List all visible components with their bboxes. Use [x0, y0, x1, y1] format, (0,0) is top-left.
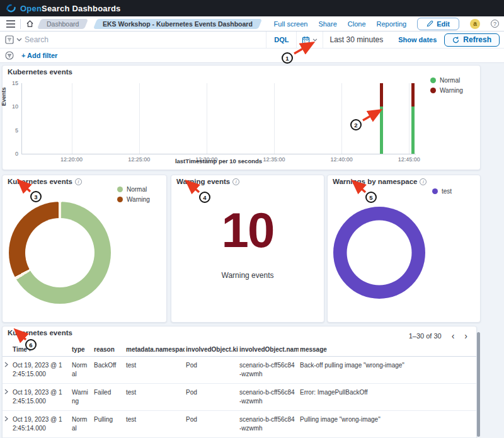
- legend-item[interactable]: Warning: [117, 196, 150, 203]
- cell-name: scenario-b-cff56c84-wzwmh: [238, 411, 299, 438]
- annotation-circle-5: 5: [365, 192, 377, 203]
- gridline: [139, 83, 140, 154]
- cell-type: Warning: [71, 384, 93, 411]
- legend-item[interactable]: Warning: [430, 87, 463, 94]
- legend-item[interactable]: test: [432, 188, 452, 195]
- column-header-type[interactable]: type: [71, 343, 93, 357]
- calendar-icon: [302, 36, 310, 44]
- query-bar: DQL Last 30 minutes Show dates Refresh: [0, 32, 504, 49]
- stacked-bar[interactable]: [380, 83, 383, 154]
- y-tick-label: 10: [12, 103, 18, 110]
- search-box: [0, 35, 266, 44]
- refresh-button[interactable]: Refresh: [444, 33, 500, 47]
- stacked-bar[interactable]: [411, 83, 415, 154]
- table-row: Oct 19, 2023 @ 12:45:15.000WarningFailed…: [3, 384, 476, 411]
- cell-kind: Pod: [185, 384, 238, 411]
- app-title: OpenSearch Dashboards: [20, 4, 121, 13]
- add-filter-link[interactable]: + Add filter: [21, 52, 57, 59]
- chevron-down-icon[interactable]: [16, 38, 22, 42]
- clone-link[interactable]: Clone: [348, 20, 366, 28]
- expand-row-icon[interactable]: [3, 357, 11, 384]
- home-icon[interactable]: [26, 20, 34, 28]
- time-range-label[interactable]: Last 30 minutes: [323, 35, 391, 44]
- legend-item[interactable]: Normal: [117, 186, 150, 193]
- panel-warning-events-metric: Warning events i 10 Warning events: [171, 175, 324, 323]
- legend-label: Warning: [127, 196, 150, 203]
- events-donut-chart[interactable]: [9, 202, 111, 304]
- panel-kubernetes-events-donut: Kubernetes events i NormalWarning: [2, 175, 167, 323]
- namespace-donut-chart[interactable]: [333, 207, 425, 299]
- cell-message: Pulling image "wrong-image": [299, 411, 476, 438]
- cell-time: Oct 19, 2023 @ 12:45:15.000: [11, 384, 71, 411]
- panel-title: Warning events i: [176, 178, 239, 185]
- events-table: Time▾typereasonmetadata.namespaceinvolve…: [3, 343, 476, 438]
- date-picker-button[interactable]: [296, 32, 323, 48]
- metric: 10 Warning events: [171, 205, 324, 280]
- column-header-name[interactable]: involvedObject.name: [238, 343, 299, 357]
- refresh-icon: [452, 37, 459, 43]
- cell-name: scenario-b-cff56c84-wzwmh: [238, 357, 299, 384]
- gridline: [341, 83, 342, 154]
- metric-value: 10: [222, 205, 274, 255]
- breadcrumb-dashboard[interactable]: Dashboard: [37, 19, 89, 29]
- cell-name: scenario-b-cff56c84-wzwmh: [238, 384, 299, 411]
- legend-label: Normal: [440, 77, 460, 84]
- top-banner: OpenSearch Dashboards: [0, 0, 504, 16]
- info-icon[interactable]: i: [232, 178, 239, 185]
- search-input[interactable]: [25, 35, 266, 44]
- cell-namespace: test: [125, 384, 185, 411]
- annotation-circle-2: 2: [350, 119, 362, 130]
- info-icon[interactable]: i: [420, 178, 427, 185]
- saved-query-icon[interactable]: [5, 35, 14, 44]
- legend-dot: [117, 187, 123, 192]
- breadcrumb-current[interactable]: EKS Workshop - Kubernetes Events Dashboa…: [93, 19, 262, 29]
- cell-reason: Failed: [93, 384, 125, 411]
- gridline: [72, 83, 72, 154]
- bar-segment-normal: [411, 107, 415, 154]
- reporting-link[interactable]: Reporting: [377, 20, 407, 28]
- legend-label: test: [442, 188, 452, 195]
- avatar[interactable]: a: [470, 19, 480, 29]
- next-page-icon[interactable]: ›: [464, 331, 467, 340]
- filter-icon[interactable]: [5, 51, 14, 60]
- annotation-circle-3: 3: [30, 191, 42, 202]
- cell-kind: Pod: [185, 357, 238, 384]
- cell-kind: Pod: [185, 411, 238, 438]
- show-dates-link[interactable]: Show dates: [391, 36, 444, 43]
- y-axis-label: Events: [1, 87, 7, 106]
- help-icon[interactable]: ?: [491, 20, 499, 28]
- dql-selector[interactable]: DQL: [266, 32, 296, 48]
- edit-button[interactable]: Edit: [417, 18, 459, 30]
- nav-left: Dashboard EKS Workshop - Kubernetes Even…: [0, 19, 264, 29]
- menu-icon[interactable]: [6, 20, 15, 28]
- share-link[interactable]: Share: [318, 20, 336, 28]
- expand-row-icon[interactable]: [3, 411, 11, 438]
- cell-type: Normal: [71, 411, 93, 438]
- legend-item[interactable]: Normal: [430, 77, 463, 84]
- chevron-down-icon: [312, 38, 318, 42]
- filter-bar: + Add filter: [0, 49, 504, 63]
- expand-row-icon[interactable]: [3, 384, 11, 411]
- column-header-kind[interactable]: involvedObject.kind: [185, 343, 238, 357]
- cell-time: Oct 19, 2023 @ 12:45:15.000: [11, 357, 71, 384]
- cell-message: Back-off pulling image "wrong-image": [299, 357, 476, 384]
- timeseries-legend: NormalWarning: [430, 77, 463, 94]
- y-tick-label: 0: [15, 151, 18, 157]
- opensearch-logo-icon: [6, 4, 16, 13]
- table-row: Oct 19, 2023 @ 12:45:15.000NormalBackOff…: [3, 357, 476, 384]
- legend-label: Warning: [440, 87, 463, 94]
- info-icon[interactable]: i: [75, 178, 82, 185]
- column-header-namespace[interactable]: metadata.namespace: [125, 343, 185, 357]
- column-header-reason[interactable]: reason: [93, 343, 125, 357]
- bar-segment-warning: [380, 83, 383, 107]
- column-header-message[interactable]: message: [299, 343, 476, 357]
- table-scrollbar[interactable]: [477, 332, 480, 437]
- bar-segment-normal: [380, 107, 383, 154]
- pagination: 1–30 of 30 ‹ ›: [409, 331, 467, 340]
- fullscreen-link[interactable]: Full screen: [274, 20, 308, 28]
- panel-kubernetes-events-table: Kubernetes events 1–30 of 30 ‹ › Time▾ty…: [2, 326, 477, 438]
- prev-page-icon[interactable]: ‹: [452, 331, 455, 340]
- cell-namespace: test: [125, 411, 185, 438]
- column-header-time[interactable]: Time▾: [11, 343, 71, 357]
- panel-title: Kubernetes events i: [8, 178, 82, 185]
